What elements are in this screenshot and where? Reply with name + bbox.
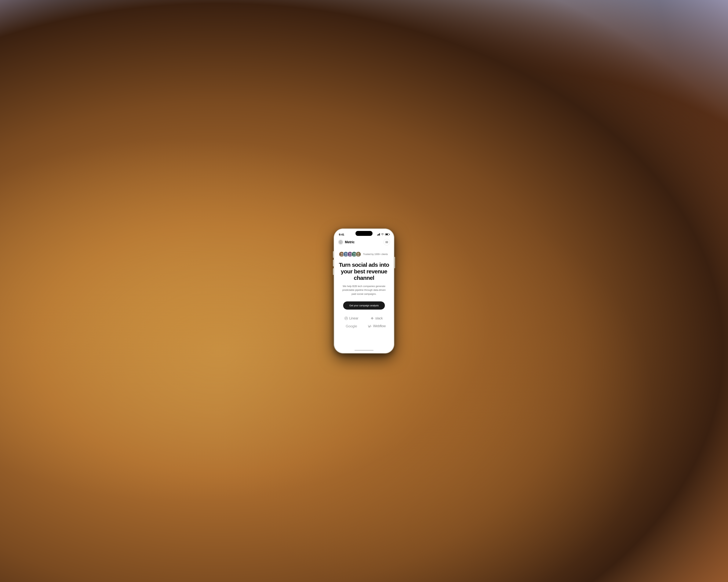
svg-rect-23 <box>372 318 372 318</box>
svg-point-9 <box>344 255 347 257</box>
headline: Turn social ads into your best revenue c… <box>339 261 389 281</box>
avatar-stack <box>339 251 361 257</box>
cta-button[interactable]: Get your campaign analysis <box>343 301 385 310</box>
webflow-label: Webflow <box>373 324 386 328</box>
avatar-row: Trusted by 1000+ clients <box>339 251 389 257</box>
avatar-5 <box>356 251 361 257</box>
logos-grid: Linear <box>339 316 389 328</box>
svg-point-7 <box>340 255 343 257</box>
svg-point-13 <box>353 255 356 257</box>
nav-brand-label: Metric <box>345 240 355 244</box>
phone-frame: 9:41 <box>334 228 394 354</box>
phone-screen: 9:41 <box>334 229 394 353</box>
nav-logo: Metric <box>338 240 355 245</box>
svg-point-15 <box>357 255 360 257</box>
svg-rect-18 <box>373 318 373 319</box>
battery-icon <box>385 233 389 235</box>
home-bar <box>355 350 373 351</box>
hero-section: Trusted by 1000+ clients Turn social ads… <box>334 248 394 310</box>
svg-rect-19 <box>372 317 372 318</box>
svg-point-11 <box>348 255 352 257</box>
svg-point-6 <box>341 253 343 255</box>
svg-point-1 <box>340 242 341 243</box>
home-indicator <box>334 348 394 353</box>
svg-point-10 <box>349 253 351 255</box>
svg-rect-17 <box>371 318 372 319</box>
wifi-icon <box>381 233 384 235</box>
nav-bar: Metric <box>334 238 394 248</box>
trusted-badge: Trusted by 1000+ clients <box>363 253 388 255</box>
hamburger-icon <box>385 241 388 243</box>
svg-point-0 <box>339 241 342 244</box>
dynamic-island <box>356 231 372 236</box>
svg-rect-20 <box>372 319 372 320</box>
svg-point-12 <box>353 253 355 255</box>
slack-label: slack <box>375 316 383 321</box>
logos-section: Linear <box>334 316 394 334</box>
webflow-icon <box>368 325 372 328</box>
svg-point-8 <box>345 253 347 255</box>
google-label: Google <box>346 324 357 328</box>
linear-logo: Linear <box>339 316 364 321</box>
slack-icon <box>370 316 374 320</box>
status-time: 9:41 <box>339 233 344 236</box>
status-icons <box>377 233 389 235</box>
linear-label: Linear <box>349 316 358 321</box>
phone-mockup: 9:41 <box>334 228 394 354</box>
google-logo: Google <box>339 324 364 328</box>
signal-icon <box>377 233 380 235</box>
svg-rect-24 <box>372 318 372 319</box>
metric-logo-icon <box>338 240 343 245</box>
slack-logo: slack <box>364 316 389 321</box>
menu-button[interactable] <box>384 239 390 245</box>
webflow-logo: Webflow <box>364 324 389 328</box>
linear-icon <box>344 316 348 320</box>
subheadline: We help B2B tech companies generate pred… <box>339 284 389 296</box>
app-content[interactable]: Metric <box>334 238 394 348</box>
svg-point-14 <box>357 253 359 255</box>
